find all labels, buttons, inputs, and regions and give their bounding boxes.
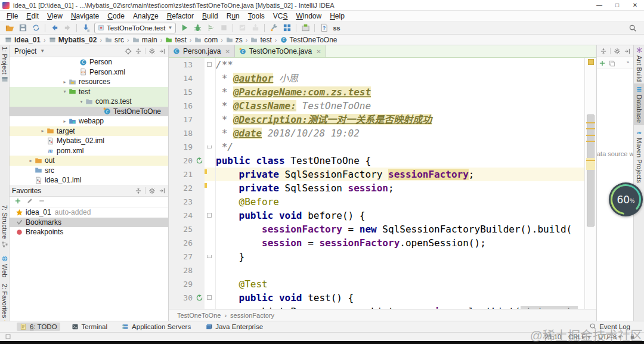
- tree-item-com-zs-test[interactable]: ▾com.zs.test: [10, 97, 168, 107]
- breadcrumb-src[interactable]: src: [105, 36, 124, 44]
- close-tab-icon[interactable]: ✕: [316, 48, 321, 55]
- gear-icon[interactable]: [614, 48, 621, 55]
- tree-expand-arrow[interactable]: ▸: [61, 79, 69, 85]
- caret-position-widget[interactable]: 21:10: [545, 333, 562, 340]
- maximize-button[interactable]: □: [608, 0, 626, 10]
- breadcrumb-test[interactable]: test: [250, 36, 271, 44]
- collapse-all-icon[interactable]: [135, 187, 142, 194]
- run-button[interactable]: [178, 22, 191, 34]
- menu-window[interactable]: Window: [292, 11, 326, 21]
- hide-icon[interactable]: [159, 48, 166, 55]
- editor-scrollbar-thumb[interactable]: [587, 114, 595, 227]
- menu-refactor[interactable]: Refactor: [163, 11, 198, 21]
- menu-analyze[interactable]: Analyze: [129, 11, 163, 21]
- editor-breadcrumb-testonetoone[interactable]: TestOneToOne: [177, 312, 221, 319]
- code-line-22[interactable]: 22 private SqlSession session;: [169, 181, 584, 195]
- project-structure-button[interactable]: [280, 22, 293, 34]
- fold-marker[interactable]: [207, 213, 212, 218]
- close-tab-icon[interactable]: ✕: [225, 48, 230, 55]
- menu-tools[interactable]: Tools: [244, 11, 269, 21]
- tree-expand-arrow[interactable]: ▸: [61, 119, 69, 124]
- fold-marker[interactable]: [207, 255, 212, 258]
- encoding-widget[interactable]: UTF-8▼: [598, 333, 622, 340]
- copy-icon[interactable]: [608, 60, 615, 67]
- breadcrumb-test[interactable]: test: [165, 36, 186, 44]
- menu-build[interactable]: Build: [198, 11, 222, 21]
- hide-icon[interactable]: [159, 187, 166, 194]
- tool-window-button-6-todo[interactable]: 6: TODO: [17, 323, 60, 331]
- code-line-16[interactable]: 16 * @ClassName: TestOneToOne: [169, 99, 584, 113]
- tree-expand-arrow[interactable]: ▾: [61, 89, 69, 94]
- code-line-24[interactable]: 24 public void before() {: [169, 209, 584, 222]
- left-strip-web[interactable]: Web: [0, 255, 9, 277]
- hide-icon[interactable]: [624, 48, 631, 55]
- code-line-27[interactable]: 27 }: [169, 250, 584, 264]
- edit-favorite-button[interactable]: [26, 197, 33, 206]
- tree-item-src[interactable]: src: [10, 166, 168, 176]
- locate-icon[interactable]: [125, 48, 132, 55]
- tree-item-idea-01-iml[interactable]: idea_01.iml: [10, 175, 168, 185]
- right-strip-ant-build[interactable]: Ant Build: [634, 47, 644, 82]
- add-icon[interactable]: [599, 60, 606, 67]
- debug-button[interactable]: [191, 22, 204, 34]
- line-ending-widget[interactable]: CRLF▼: [568, 333, 591, 340]
- tool-window-button-terminal[interactable]: Terminal: [69, 323, 110, 331]
- tree-item-resources[interactable]: ▸resources: [10, 77, 168, 87]
- code-line-15[interactable]: 15 * @PackageName:com.zs.test: [169, 85, 584, 99]
- run-configuration-select[interactable]: TestOneToOne.test▼: [94, 23, 176, 33]
- breadcrumb-idea_01[interactable]: idea_01: [5, 36, 41, 44]
- minimize-button[interactable]: —: [590, 0, 608, 10]
- project-pane-title-group[interactable]: Project ▼: [12, 47, 45, 55]
- favorites-item-bookmarks[interactable]: Bookmarks: [10, 218, 168, 228]
- tree-item-target[interactable]: ▸target: [10, 126, 168, 137]
- menu-help[interactable]: Help: [326, 11, 349, 21]
- breadcrumb-com[interactable]: com: [194, 36, 218, 44]
- coverage-button[interactable]: [204, 22, 217, 34]
- code-line-19[interactable]: 19 */: [169, 140, 584, 154]
- collapse-all-icon[interactable]: [135, 48, 142, 55]
- tree-item-test[interactable]: ▾test: [10, 87, 168, 97]
- ss-help-button[interactable]: ?: [317, 22, 330, 34]
- tree-expand-arrow[interactable]: ▸: [39, 128, 47, 134]
- tree-item-out[interactable]: ▸out: [10, 156, 168, 166]
- menu-view[interactable]: View: [43, 11, 67, 21]
- build-project-button[interactable]: [79, 22, 92, 34]
- left-strip-1-project[interactable]: 1: Project: [0, 47, 9, 83]
- editor-error-stripe[interactable]: [584, 58, 596, 309]
- code-line-14[interactable]: 14 * @author 小思: [169, 72, 584, 85]
- tree-item-pom-xml[interactable]: mpom.xml: [10, 146, 168, 156]
- add-favorite-button[interactable]: [14, 197, 21, 206]
- fold-marker[interactable]: [207, 145, 212, 148]
- code-line-13[interactable]: 13/**: [169, 58, 584, 72]
- fold-marker[interactable]: [207, 295, 212, 300]
- tree-item-mybatis-02-iml[interactable]: Mybatis_02.iml: [10, 136, 168, 146]
- code-line-25[interactable]: 25 sessionFactory = new SqlSessionFactor…: [169, 222, 584, 236]
- code-line-18[interactable]: 18 * @date 2018/10/28 19:02: [169, 126, 584, 140]
- lock-icon[interactable]: [629, 333, 636, 341]
- gear-icon[interactable]: [148, 187, 156, 194]
- tree-item-person-xml[interactable]: <>Person.xml: [10, 67, 168, 78]
- more-options-button[interactable]: »: [624, 58, 631, 67]
- remove-favorite-button[interactable]: [38, 197, 45, 206]
- back-button[interactable]: [48, 22, 61, 34]
- breadcrumb-testonetoone[interactable]: CTestOneToOne: [280, 36, 338, 44]
- gear-icon[interactable]: [148, 48, 156, 55]
- close-button[interactable]: ✕: [626, 0, 644, 10]
- favorites-item-idea_01[interactable]: idea_01auto-added: [10, 207, 168, 218]
- synchronize-button[interactable]: [29, 22, 42, 34]
- code-line-30[interactable]: 30 public void test() {: [169, 291, 584, 305]
- code-line-28[interactable]: 28: [169, 264, 584, 277]
- breadcrumb-zs[interactable]: zs: [226, 36, 243, 44]
- code-line-31[interactable]: 31 List<Person> personList = session.sel…: [169, 305, 584, 309]
- open-button[interactable]: [3, 22, 16, 34]
- tool-window-button-java-enterprise[interactable]: Java Enterprise: [202, 323, 266, 331]
- favorites-item-breakpoints[interactable]: Breakpoints: [10, 227, 168, 237]
- menu-file[interactable]: File: [2, 11, 22, 21]
- editor-breadcrumb-sessionfactory[interactable]: sessionFactory: [230, 312, 274, 319]
- event-log-button[interactable]: Event Log: [586, 322, 633, 331]
- breadcrumb-mybatis_02[interactable]: Mybatis_02: [49, 36, 97, 44]
- collapse-all-icon[interactable]: [600, 48, 607, 55]
- tree-expand-arrow[interactable]: ▸: [27, 158, 35, 163]
- tree-item-testonetoone[interactable]: CTestOneToOne: [10, 107, 168, 117]
- tool-window-button-application-servers[interactable]: Application Servers: [119, 323, 194, 331]
